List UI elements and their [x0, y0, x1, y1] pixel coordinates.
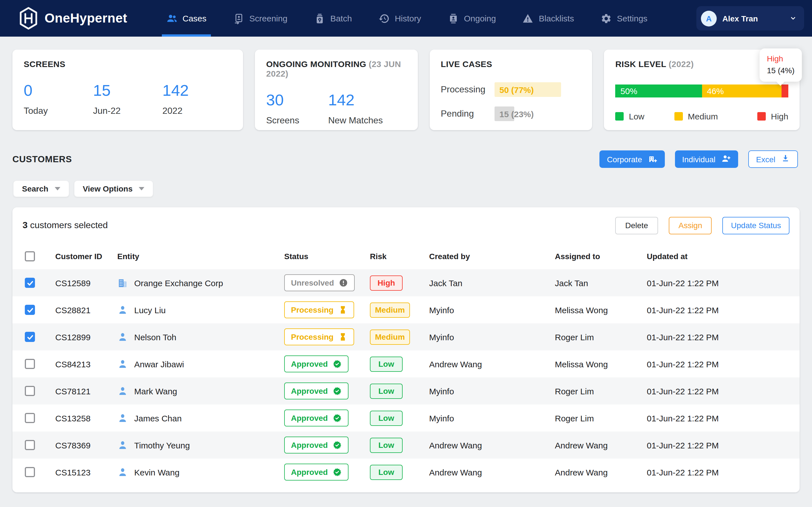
entity-name: James Chan	[134, 413, 182, 423]
col-status: Status	[281, 252, 366, 261]
search-dropdown[interactable]: Search	[13, 180, 69, 197]
table-row[interactable]: CS78369 Timothy Yeung Approved Low Andre…	[12, 432, 800, 459]
add-corporate-button[interactable]: Corporate	[600, 151, 665, 168]
nav-item-history[interactable]: History	[378, 0, 421, 37]
table-row[interactable]: CS78121 Mark Wang Approved Low Myinfo Ro…	[12, 378, 800, 404]
risk-badge: Low	[370, 438, 403, 453]
chevron-down-icon	[790, 15, 797, 22]
monitoring-stat-screens: 30 Screens	[266, 93, 328, 126]
nav-item-ongoing[interactable]: Ongoing	[448, 0, 496, 37]
page-title: CUSTOMERS	[12, 154, 72, 164]
table-row[interactable]: CS12899 Nelson Toh Processing Medium Myi…	[12, 323, 800, 350]
download-icon	[781, 154, 790, 165]
row-checkbox[interactable]	[25, 386, 35, 396]
screens-stat-year: 142 2022	[162, 83, 232, 116]
nav-item-screening[interactable]: Screening	[233, 0, 287, 37]
created-by: Myinfo	[426, 413, 552, 423]
risk-badge: Medium	[370, 329, 410, 344]
live-cases-pending-row: Pending 15 (23%)	[441, 107, 581, 121]
status-badge: Processing	[284, 301, 354, 318]
updated-at: 01-Jun-22 1:22 PM	[644, 413, 800, 423]
update-status-button[interactable]: Update Status	[723, 217, 790, 234]
main-nav: Cases Screening Batch History Ongoing	[166, 0, 647, 37]
assigned-to: Melissa Wong	[552, 305, 644, 315]
monitoring-stat-matches: 142 New Matches	[328, 93, 390, 126]
person-icon	[117, 304, 128, 315]
customer-id: CS28821	[55, 305, 117, 315]
entity-name: Kevin Wang	[134, 467, 180, 477]
top-navbar: OneHypernet Cases Screening Batch Histor…	[0, 0, 812, 37]
status-badge: Processing	[284, 328, 354, 345]
check-seal-icon	[333, 413, 342, 422]
customer-id: CS78121	[55, 386, 117, 396]
entity-name: Timothy Yeung	[134, 440, 190, 450]
assign-button[interactable]: Assign	[669, 217, 712, 234]
row-checkbox[interactable]	[25, 278, 35, 288]
person-icon	[117, 440, 128, 450]
row-checkbox[interactable]	[25, 440, 35, 450]
export-excel-button[interactable]: Excel	[748, 151, 798, 168]
updated-at: 01-Jun-22 1:22 PM	[644, 386, 800, 396]
gear-icon	[601, 13, 612, 24]
check-seal-icon	[333, 467, 342, 476]
table-row[interactable]: CS13258 James Chan Approved Low Myinfo R…	[12, 404, 800, 432]
tooltip-value: 15 (4%)	[767, 65, 795, 76]
check-seal-icon	[333, 441, 342, 450]
nav-item-batch[interactable]: Batch	[314, 0, 352, 37]
contact-card-icon	[448, 13, 459, 24]
row-checkbox[interactable]	[25, 359, 35, 369]
status-badge: Approved	[284, 383, 349, 399]
person-icon	[117, 358, 128, 369]
risk-badge: Low	[370, 356, 403, 372]
row-checkbox[interactable]	[25, 413, 35, 423]
status-badge: Unresolved	[284, 274, 355, 291]
medium-swatch	[674, 112, 683, 121]
live-cases-card-title: LIVE CASES	[441, 59, 581, 69]
risk-segment-medium: 46%	[702, 84, 781, 98]
col-entity: Entity	[117, 252, 281, 261]
row-checkbox[interactable]	[25, 332, 35, 342]
row-checkbox[interactable]	[25, 305, 35, 315]
table-toolbar: 3 customers selected Delete Assign Updat…	[12, 207, 800, 243]
nav-item-cases[interactable]: Cases	[166, 0, 206, 37]
low-swatch	[615, 112, 624, 121]
entity-name: Mark Wang	[134, 386, 177, 396]
user-menu[interactable]: A Alex Tran	[696, 6, 804, 31]
created-by: Myinfo	[426, 386, 552, 396]
table-row[interactable]: CS15123 Kevin Wang Approved Low Andrew W…	[12, 459, 800, 486]
high-swatch	[757, 112, 766, 121]
live-cases-card: LIVE CASES Processing 50 (77%) Pending 1…	[429, 50, 592, 130]
row-checkbox[interactable]	[25, 467, 35, 477]
screens-card-title: SCREENS	[24, 59, 232, 69]
delete-button[interactable]: Delete	[615, 217, 658, 234]
customer-id: CS15123	[55, 467, 117, 477]
add-individual-button[interactable]: Individual	[675, 151, 738, 168]
assigned-to: Jack Tan	[552, 278, 644, 288]
updated-at: 01-Jun-22 1:22 PM	[644, 359, 800, 369]
created-by: Jack Tan	[426, 278, 552, 288]
user-name: Alex Tran	[722, 14, 758, 23]
screens-stat-today: 0 Today	[24, 83, 93, 116]
screens-card: SCREENS 0 Today 15 Jun-22 142 2022	[12, 50, 243, 130]
table-row[interactable]: CS84213 Anwar Jibawi Approved Low Andrew…	[12, 350, 800, 378]
customer-id: CS12899	[55, 332, 117, 342]
active-tab-underline	[161, 34, 211, 37]
table-row[interactable]: CS28821 Lucy Liu Processing Medium Myinf…	[12, 296, 800, 323]
hourglass-icon	[339, 305, 348, 314]
app-root: OneHypernet Cases Screening Batch Histor…	[0, 0, 812, 507]
entity-name: Orange Exchange Corp	[134, 278, 223, 288]
warning-triangle-icon	[522, 13, 534, 24]
caret-down-icon	[139, 187, 144, 190]
customer-actions: Corporate Individual Excel	[600, 151, 798, 168]
col-customer-id: Customer ID	[55, 252, 117, 261]
risk-level-card-year: (2022)	[668, 59, 694, 69]
nav-item-settings[interactable]: Settings	[601, 0, 647, 37]
batch-jar-icon	[314, 13, 325, 24]
view-options-dropdown[interactable]: View Options	[73, 180, 153, 197]
entity-name: Lucy Liu	[134, 305, 166, 315]
col-updated-at: Updated at	[644, 252, 800, 261]
select-all-checkbox[interactable]	[25, 251, 35, 262]
table-row[interactable]: CS12589 Orange Exchange Corp Unresolved …	[12, 269, 800, 296]
risk-stacked-bar: 50% 46%	[615, 84, 789, 98]
nav-item-blacklists[interactable]: Blacklists	[522, 0, 574, 37]
